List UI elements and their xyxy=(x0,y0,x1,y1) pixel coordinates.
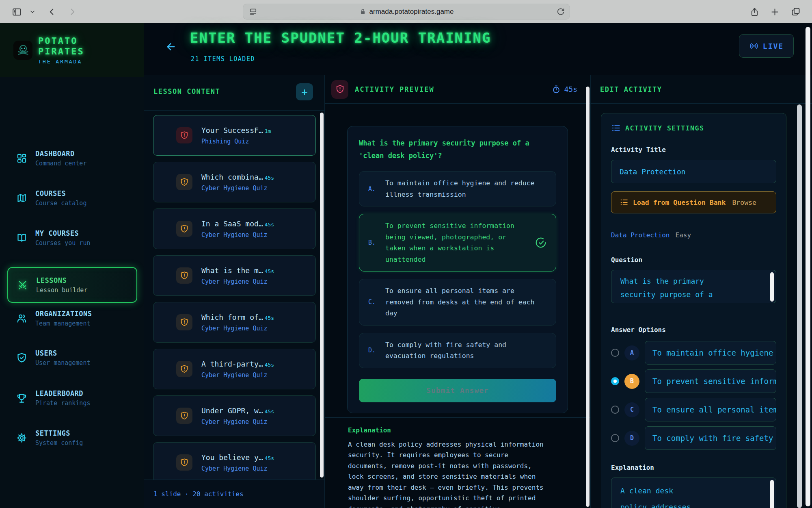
sidebar-item-label: ORGANIZATIONS xyxy=(35,310,92,318)
share-icon[interactable] xyxy=(748,6,760,18)
explanation-textarea-value: A clean desk policy addresses physical i… xyxy=(611,478,700,508)
option-text-input[interactable]: To prevent sensitive information being v… xyxy=(645,369,776,393)
sidebar-item-my-courses[interactable]: MY COURSES Courses you run xyxy=(0,229,144,247)
reader-icon[interactable] xyxy=(248,7,258,17)
lesson-item-subtitle: Cyber Hygiene Quiz xyxy=(201,231,274,239)
answer-option-b[interactable]: B. To prevent sensitive information bein… xyxy=(359,214,556,271)
explanation-title: Explanation xyxy=(348,426,568,434)
correct-answer-radio[interactable] xyxy=(611,349,619,357)
load-button-label: Load from Question Bank xyxy=(633,199,726,206)
sidebar-item-courses[interactable]: COURSES Course catalog xyxy=(0,189,144,207)
lesson-item-title: You believe y… xyxy=(201,453,263,462)
shield-alert-icon xyxy=(176,314,192,330)
sidebar-item-label: USERS xyxy=(35,349,90,357)
map-icon xyxy=(16,193,27,204)
option-letter: C. xyxy=(368,298,385,306)
correct-answer-radio[interactable] xyxy=(611,434,619,442)
shield-alert-icon xyxy=(176,408,192,424)
option-text-input[interactable]: To comply with fire safety and evacuatio… xyxy=(645,426,776,450)
live-button[interactable]: LIVE xyxy=(739,34,794,58)
correct-answer-radio[interactable] xyxy=(611,406,619,414)
question-bank-info: Data Protection Easy xyxy=(611,231,776,239)
lesson-item-title: Your SuccessF… xyxy=(201,126,263,135)
reload-icon[interactable] xyxy=(556,7,565,16)
page-header: ENTER THE SPUDNET 2-HOUR TRAINING 21 ITE… xyxy=(144,23,812,75)
list-icon xyxy=(620,198,628,207)
back-arrow-icon[interactable] xyxy=(165,41,177,52)
shield-alert-icon xyxy=(176,361,192,377)
sidebar-item-dashboard[interactable]: DASHBOARD Command center xyxy=(0,150,144,167)
new-tab-icon[interactable] xyxy=(769,6,781,18)
lesson-item[interactable]: Your SuccessF… 1m Phishing Quiz xyxy=(153,115,316,156)
swords-icon xyxy=(17,280,28,291)
activity-title-input[interactable]: Data Protection xyxy=(611,160,776,183)
explanation-textarea-scrollbar[interactable] xyxy=(770,480,774,508)
gear-icon xyxy=(16,432,27,443)
answer-option-c[interactable]: C. To ensure all personal items are remo… xyxy=(359,279,556,326)
activity-preview-body: What is the primary security purpose of … xyxy=(325,104,590,508)
edit-activity-header: EDIT ACTIVITY xyxy=(591,75,812,104)
activity-preview-title: ACTIVITY PREVIEW xyxy=(355,85,434,93)
explanation-label: Explanation xyxy=(611,464,776,471)
lesson-item-duration: 45s xyxy=(265,315,274,321)
dashboard-icon xyxy=(16,153,27,164)
window-scrollbar[interactable] xyxy=(806,27,810,506)
logo-block[interactable]: POTATO PIRATES THE ARMADA xyxy=(0,23,144,77)
option-input-value: To comply with fire safety and evacuatio… xyxy=(652,434,776,443)
lesson-item-title: In a SaaS mod… xyxy=(201,219,263,228)
option-text: To maintain office hygiene and reduce il… xyxy=(385,178,538,200)
lesson-item[interactable]: In a SaaS mod… 45s Cyber Hygiene Quiz xyxy=(153,208,316,249)
sidebar-item-leaderboard[interactable]: LEADERBOARD Pirate rankings xyxy=(0,389,144,407)
answer-option-row-a: A To maintain office hygiene and reduce … xyxy=(611,341,776,365)
check-circle-icon xyxy=(535,237,547,249)
question-textarea-scrollbar[interactable] xyxy=(770,272,774,302)
browse-label[interactable]: Browse xyxy=(732,199,756,206)
explanation-textarea[interactable]: A clean desk policy addresses physical i… xyxy=(611,478,776,508)
answer-option-row-d: D To comply with fire safety and evacuat… xyxy=(611,426,776,450)
sidebar-item-organizations[interactable]: ORGANIZATIONS Team management xyxy=(0,310,144,327)
book-open-icon xyxy=(16,232,27,243)
browser-chrome: armada.potatopirates.game xyxy=(0,0,812,23)
activity-title-label: Activity Title xyxy=(611,146,776,154)
answer-option-d[interactable]: D. To comply with fire safety and evacua… xyxy=(359,333,556,368)
submit-answer-button[interactable]: Submit Answer xyxy=(359,379,556,402)
sidebar-item-label: DASHBOARD xyxy=(35,150,86,158)
activity-preview-panel: ACTIVITY PREVIEW 45s What is the primary… xyxy=(325,75,591,508)
add-activity-button[interactable]: + xyxy=(296,83,313,100)
lesson-list-scrollbar[interactable] xyxy=(320,113,324,478)
lesson-item[interactable]: A third-party… 45s Cyber Hygiene Quiz xyxy=(153,349,316,389)
forward-button[interactable] xyxy=(66,6,78,18)
preview-scrollbar[interactable] xyxy=(586,87,590,507)
lesson-item[interactable]: You believe y… 45s Cyber Hygiene Quiz xyxy=(153,442,316,480)
editor-scrollbar[interactable] xyxy=(797,104,802,508)
option-input-value: To prevent sensitive information being v… xyxy=(652,377,776,386)
sidebar-item-lessons[interactable]: LESSONS Lesson builder xyxy=(7,267,137,303)
activity-preview-header: ACTIVITY PREVIEW 45s xyxy=(325,75,590,104)
tabs-overview-icon[interactable] xyxy=(790,6,802,18)
lesson-item-subtitle: Cyber Hygiene Quiz xyxy=(201,371,274,379)
lesson-item-subtitle: Phishing Quiz xyxy=(201,138,271,145)
answer-option-a[interactable]: A. To maintain office hygiene and reduce… xyxy=(359,171,556,206)
shield-alert-icon xyxy=(331,80,348,99)
option-text: To ensure all personal items are removed… xyxy=(385,285,538,319)
lesson-item-duration: 45s xyxy=(265,362,274,368)
lesson-content-panel: LESSON CONTENT + Your SuccessF… 1m Phish… xyxy=(144,75,325,508)
question-textarea[interactable]: What is the primary security purpose of … xyxy=(611,270,776,303)
load-from-question-bank-button[interactable]: Load from Question Bank Browse xyxy=(611,191,776,213)
sidebar-item-users[interactable]: USERS User management xyxy=(0,349,144,367)
lesson-item[interactable]: What is the m… 45s Cyber Hygiene Quiz xyxy=(153,255,316,296)
sidebar-toggle-icon[interactable] xyxy=(11,6,23,18)
activity-settings-card: ACTIVITY SETTINGS Activity Title Data Pr… xyxy=(601,113,786,508)
lesson-item[interactable]: Under GDPR, w… 45s Cyber Hygiene Quiz xyxy=(153,395,316,436)
sidebar-item-settings[interactable]: SETTINGS System config xyxy=(0,429,144,447)
option-text-input[interactable]: To ensure all personal items are removed… xyxy=(645,398,776,421)
chevron-down-icon[interactable] xyxy=(26,6,39,18)
option-text-input[interactable]: To maintain office hygiene and reduce il… xyxy=(645,341,776,365)
back-button[interactable] xyxy=(46,6,58,18)
address-bar[interactable]: armada.potatopirates.game xyxy=(243,4,570,20)
lesson-item[interactable]: Which combina… 45s Cyber Hygiene Quiz xyxy=(153,162,316,202)
correct-answer-radio[interactable] xyxy=(611,377,619,385)
lesson-item[interactable]: Which form of… 45s Cyber Hygiene Quiz xyxy=(153,302,316,343)
broadcast-icon xyxy=(749,41,759,51)
lesson-item-subtitle: Cyber Hygiene Quiz xyxy=(201,465,274,472)
